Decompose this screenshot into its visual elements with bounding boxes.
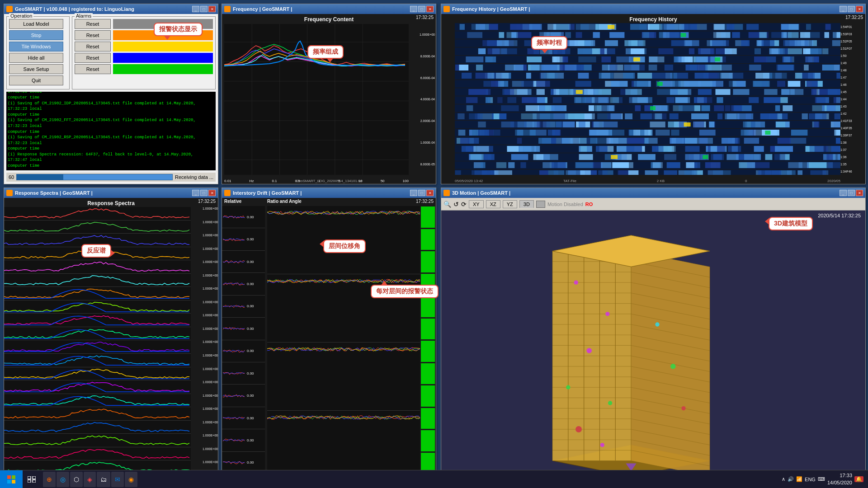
motion-minimize[interactable]: _ [840, 190, 847, 196]
svg-rect-747 [575, 162, 593, 168]
log-area[interactable]: computer time(i) Saving of CM_21902_FFT_… [6, 92, 216, 170]
svg-rect-752 [618, 162, 633, 168]
taskbar-app-2[interactable]: ◎ [57, 472, 69, 487]
save-setup-btn[interactable]: Save Setup [9, 64, 63, 74]
freq-minimize-btn[interactable]: _ [410, 6, 417, 12]
svg-rect-753 [601, 162, 612, 168]
motion-tab-yz[interactable]: YZ [503, 200, 517, 208]
taskbar-app-1[interactable]: ⊕ [43, 472, 56, 487]
tile-windows-btn[interactable]: Tile Windows [9, 42, 63, 52]
stop-btn[interactable]: Stop [9, 30, 63, 40]
svg-rect-397 [749, 97, 759, 103]
svg-rect-67 [516, 32, 532, 38]
maximize-btn[interactable]: □ [200, 6, 208, 12]
svg-rect-65 [576, 32, 582, 38]
freqhist-right-labels: 1:54F01 1:53F03 1:52F05 1:51F07 1:50 1:4… [840, 23, 865, 175]
svg-rect-387 [576, 90, 583, 94]
svg-rect-701 [533, 154, 543, 160]
frequency-window: Frequency | GeoSMART | _ □ ✕ Frequency C… [222, 4, 436, 184]
quit-btn[interactable]: Quit [9, 75, 63, 85]
svg-point-942 [681, 406, 685, 410]
taskbar-app-5[interactable]: 🗂 [97, 472, 110, 487]
drift-left-charts: 0.000.000.000.000.000.000.000.000.000.00… [222, 206, 265, 474]
resp-minimize[interactable]: _ [192, 190, 199, 196]
drift-maximize[interactable]: □ [418, 190, 425, 196]
freqhist-title: Frequency History | GeoSMART | [452, 6, 837, 12]
svg-rect-621 [562, 138, 573, 144]
taskbar-app-7[interactable]: ◉ [125, 472, 137, 487]
svg-rect-572 [754, 130, 763, 136]
window-controls: _ □ ✕ [192, 6, 216, 12]
tray-sound[interactable]: 🔊 [788, 476, 794, 482]
drift-close[interactable]: ✕ [426, 190, 434, 196]
svg-rect-262 [697, 65, 705, 70]
freqhist-maximize[interactable]: □ [848, 6, 855, 12]
freqhist-minimize[interactable]: _ [840, 6, 847, 12]
freqhist-close[interactable]: ✕ [856, 6, 863, 12]
freq-maximize-btn[interactable]: □ [418, 6, 425, 12]
freq-history-window: Frequency History | GeoSMART | _ □ ✕ Fre… [441, 4, 866, 184]
svg-rect-172 [788, 48, 802, 54]
reset-btn-4[interactable]: Reset [75, 53, 111, 63]
svg-rect-286 [526, 73, 531, 79]
taskbar-time-block[interactable]: 17:33 14/05/2020 [827, 472, 852, 486]
resp-maximize[interactable]: □ [200, 190, 208, 196]
reset-btn-1[interactable]: Reset [75, 19, 111, 29]
drift-minimize[interactable]: _ [410, 190, 417, 196]
resp-timestamp: 17:32:25 [198, 199, 216, 204]
svg-rect-631 [672, 138, 687, 144]
taskbar-app-4[interactable]: ◈ [84, 472, 96, 487]
svg-rect-178 [592, 48, 600, 54]
reset-btn-5[interactable]: Reset [75, 64, 111, 74]
motion-close[interactable]: ✕ [856, 190, 863, 196]
freq-close-btn[interactable]: ✕ [426, 6, 434, 12]
taskbar-app-3[interactable]: ⬡ [70, 472, 83, 487]
taskview-btn[interactable] [23, 470, 41, 488]
svg-rect-464 [725, 105, 730, 111]
drift-callout1: 层间位移角 [323, 239, 366, 253]
hide-all-btn[interactable]: Hide all [9, 53, 63, 63]
start-button[interactable] [0, 470, 23, 488]
motion-tab-3d[interactable]: 3D [519, 200, 534, 208]
motion-reset-icon[interactable]: ⟳ [461, 201, 467, 208]
svg-rect-115 [482, 40, 498, 46]
reset-btn-2[interactable]: Reset [75, 30, 111, 40]
tray-network[interactable]: 📶 [796, 476, 802, 482]
motion-color-swatch [536, 201, 545, 208]
motion-rotate-icon[interactable]: ↺ [453, 201, 459, 208]
svg-rect-92 [771, 32, 783, 38]
freq-content-callout: 频率组成 [307, 45, 344, 59]
svg-rect-708 [471, 154, 484, 160]
svg-rect-714 [711, 154, 724, 160]
load-model-btn[interactable]: Load Model [9, 19, 63, 29]
svg-rect-414 [466, 97, 478, 103]
svg-rect-329 [754, 81, 769, 87]
resp-close[interactable]: ✕ [208, 190, 216, 196]
svg-rect-793 [472, 170, 487, 175]
svg-rect-256 [649, 65, 657, 70]
tray-expand[interactable]: ∧ [782, 476, 785, 482]
svg-rect-303 [487, 73, 494, 79]
tray-input[interactable]: ⌨ [818, 476, 825, 482]
svg-rect-490 [768, 113, 777, 119]
resp-callout: 反应谱 [81, 244, 111, 258]
motion-tab-xz[interactable]: XZ [486, 200, 500, 208]
close-btn[interactable]: ✕ [208, 6, 216, 12]
svg-rect-595 [765, 131, 770, 135]
svg-rect-553 [684, 122, 691, 127]
svg-rect-632 [744, 138, 759, 144]
svg-rect-774 [548, 170, 564, 175]
minimize-btn[interactable]: _ [192, 6, 199, 12]
motion-tab-xy[interactable]: XY [469, 200, 484, 208]
svg-rect-944 [7, 475, 11, 479]
status-number: 60 [9, 174, 14, 180]
svg-rect-650 [815, 146, 828, 152]
reset-btn-3[interactable]: Reset [75, 42, 111, 52]
taskbar-app-6[interactable]: ✉ [111, 472, 124, 487]
svg-rect-84 [824, 32, 829, 38]
svg-rect-117 [497, 40, 509, 46]
svg-rect-384 [584, 89, 594, 95]
motion-maximize[interactable]: □ [848, 190, 855, 196]
tray-notification[interactable]: 🔔 [854, 476, 863, 482]
motion-zoom-icon[interactable]: 🔍 [443, 201, 451, 208]
